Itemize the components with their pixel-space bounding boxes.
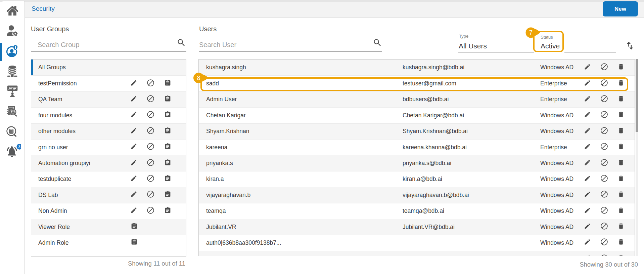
- svg-text:7: 7: [529, 29, 533, 36]
- svg-text:3: 3: [18, 145, 20, 149]
- svg-text:8: 8: [197, 75, 200, 81]
